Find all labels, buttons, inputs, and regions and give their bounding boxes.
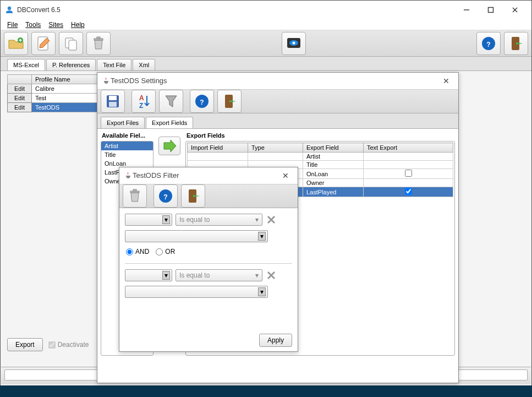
tab-text-file[interactable]: Text File: [97, 59, 131, 70]
svg-rect-8: [69, 40, 76, 50]
edit-button[interactable]: [31, 32, 56, 55]
tab-export-fields[interactable]: Export Fields: [146, 117, 193, 128]
text-export-checkbox[interactable]: [405, 170, 412, 177]
filter-help-button[interactable]: ?: [153, 184, 178, 208]
remove-filter-2-button[interactable]: [266, 270, 277, 281]
remove-filter-1-button[interactable]: [266, 214, 277, 225]
settings-title: TestODS Settings: [111, 77, 438, 85]
sort-button[interactable]: AZ: [131, 90, 156, 113]
filter-logic-row: AND OR: [126, 248, 291, 255]
app-icon: [5, 6, 14, 14]
text-export-checkbox[interactable]: [405, 188, 412, 195]
menu-sites[interactable]: Sites: [45, 20, 67, 30]
filter-field-combo-2[interactable]: ▾: [125, 269, 172, 281]
col-text-export[interactable]: Text Export: [364, 143, 453, 153]
edit-cell[interactable]: Edit: [8, 94, 32, 103]
filter-title: TestODS Filter: [133, 171, 278, 180]
svg-text:?: ?: [486, 41, 490, 48]
col-import-field[interactable]: Import Field: [188, 143, 248, 153]
menu-tools[interactable]: Tools: [22, 20, 44, 30]
copy-button[interactable]: [59, 32, 83, 55]
bottom-bar: Export Deactivate: [7, 338, 89, 351]
settings-help-button[interactable]: ?: [190, 90, 214, 113]
close-button[interactable]: [503, 2, 527, 18]
window-title: DBConvert 6.5: [17, 6, 454, 14]
export-fields-label: Export Fields: [187, 132, 454, 139]
list-item[interactable]: Title: [101, 150, 153, 159]
col-export-field[interactable]: Export Field: [303, 143, 364, 153]
java-icon: [124, 171, 133, 180]
delete-button[interactable]: [86, 32, 111, 55]
filter-titlebar[interactable]: TestODS Filter ✕: [119, 167, 298, 184]
svg-point-13: [292, 41, 295, 44]
or-radio[interactable]: [156, 248, 163, 255]
filter-button[interactable]: [159, 90, 183, 113]
java-icon: [102, 77, 111, 85]
and-radio-label[interactable]: AND: [126, 248, 149, 255]
save-button[interactable]: [101, 90, 125, 113]
svg-rect-26: [133, 189, 136, 191]
available-fields-label: Available Fiel...: [102, 132, 152, 139]
menu-file[interactable]: File: [4, 20, 21, 30]
maximize-button[interactable]: [479, 2, 503, 18]
edit-cell[interactable]: Edit: [8, 103, 32, 112]
col-type[interactable]: Type: [248, 143, 303, 153]
export-row[interactable]: Artist: [188, 153, 453, 161]
filter-field-combo-1[interactable]: ▾: [125, 214, 172, 226]
svg-text:Z: Z: [139, 102, 143, 110]
tab-export-files[interactable]: Export Files: [101, 117, 145, 128]
and-radio[interactable]: [126, 248, 133, 255]
preview-button[interactable]: [282, 32, 306, 55]
tab-xml[interactable]: Xml: [133, 59, 155, 70]
list-item[interactable]: Artist: [101, 142, 153, 150]
filter-toolbar: ?: [119, 184, 298, 208]
menu-help[interactable]: Help: [68, 20, 88, 30]
deactivate-checkbox-label: Deactivate: [48, 341, 89, 349]
apply-button[interactable]: Apply: [259, 334, 292, 347]
filter-exit-button[interactable]: [181, 184, 205, 208]
svg-text:A: A: [139, 94, 144, 102]
svg-rect-10: [97, 37, 100, 39]
deactivate-checkbox: [48, 341, 56, 349]
col-edit: [8, 75, 32, 84]
settings-toolbar: AZ ?: [97, 89, 458, 113]
titlebar: DBConvert 6.5: [1, 1, 531, 19]
settings-exit-button[interactable]: [217, 90, 242, 113]
svg-text:?: ?: [163, 193, 167, 201]
settings-titlebar[interactable]: TestODS Settings ✕: [97, 73, 458, 89]
minimize-button[interactable]: [454, 2, 479, 18]
add-field-button[interactable]: [158, 137, 180, 155]
menubar: File Tools Sites Help: [1, 19, 531, 30]
svg-text:?: ?: [200, 99, 204, 106]
filter-dialog: TestODS Filter ✕ ? ▾ Is equal to▾ ▾ AND …: [119, 167, 298, 352]
settings-tab-strip: Export Files Export Fields: [97, 113, 458, 129]
svg-rect-18: [109, 96, 117, 100]
export-button[interactable]: Export: [7, 338, 43, 351]
main-toolbar: ?: [1, 30, 531, 57]
clear-filter-button[interactable]: [123, 184, 147, 208]
filter-close-button[interactable]: ✕: [278, 169, 293, 182]
exit-button[interactable]: [504, 32, 528, 55]
filter-op-combo-1[interactable]: Is equal to▾: [175, 214, 262, 226]
svg-point-0: [8, 7, 11, 10]
filter-op-combo-2[interactable]: Is equal to▾: [175, 269, 262, 281]
tab-p-references[interactable]: P. References: [46, 59, 96, 70]
svg-rect-19: [109, 102, 117, 107]
settings-close-button[interactable]: ✕: [438, 74, 454, 88]
or-radio-label[interactable]: OR: [156, 248, 175, 255]
edit-cell[interactable]: Edit: [8, 84, 32, 94]
filter-value-combo-2[interactable]: ▾: [125, 286, 268, 298]
svg-rect-2: [489, 8, 493, 13]
help-button[interactable]: ?: [476, 32, 501, 55]
filter-value-combo-1[interactable]: ▾: [125, 230, 268, 242]
main-tab-strip: MS-Excel P. References Text File Xml: [1, 57, 531, 71]
new-folder-button[interactable]: [4, 32, 28, 55]
filter-body: ▾ Is equal to▾ ▾ AND OR ▾ Is equal to▾ ▾…: [119, 208, 298, 351]
tab-ms-excel[interactable]: MS-Excel: [7, 59, 45, 70]
